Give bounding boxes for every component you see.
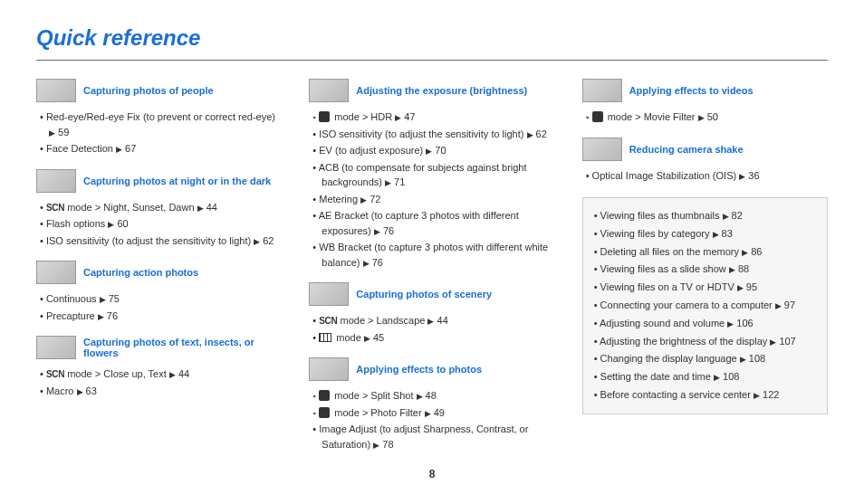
box-item: Viewing files on a TV or HDTV ▶ 95	[594, 279, 816, 297]
triangle-right-icon: ▶	[714, 373, 720, 382]
item-page: 44	[206, 202, 217, 213]
reference-box: Viewing files as thumbnails ▶ 82Viewing …	[582, 197, 828, 414]
magic-mode-icon	[319, 407, 330, 418]
item-text: Red-eye/Red-eye Fix (to prevent or corre…	[46, 111, 275, 122]
section: Capturing photos of scenerySCN mode > La…	[309, 282, 554, 345]
box-item-text: Changing the display language	[600, 353, 737, 364]
list-item: SCN mode > Close up, Text ▶ 44	[40, 366, 282, 382]
item-page: 36	[748, 170, 759, 181]
item-list: Continuous ▶ 75Precapture ▶ 76	[36, 291, 282, 323]
triangle-right-icon: ▶	[770, 338, 776, 347]
column-2: Adjusting the exposure (brightness) mode…	[309, 79, 554, 464]
box-item-text: Viewing files as thumbnails	[600, 210, 720, 221]
triangle-right-icon: ▶	[737, 283, 744, 292]
box-item: Viewing files as a slide show ▶ 88	[594, 261, 816, 279]
section: Capturing photos at night or in the dark…	[36, 169, 282, 249]
item-page: 48	[426, 390, 437, 401]
section-thumbnail	[36, 336, 76, 359]
triangle-right-icon: ▶	[754, 391, 760, 400]
item-list: Optical Image Stabilization (OIS) ▶ 36	[582, 168, 828, 184]
box-item-page: 108	[749, 353, 765, 364]
list-item: mode > Split Shot ▶ 48	[312, 388, 554, 404]
section-title: Capturing photos at night or in the dark	[83, 176, 271, 186]
item-page: 62	[536, 128, 547, 139]
box-item-text: Adjusting the brightness of the display	[600, 336, 767, 347]
box-item-text: Connecting your camera to a computer	[600, 300, 773, 310]
item-page: 76	[372, 257, 383, 268]
item-list: SCN mode > Night, Sunset, Dawn ▶ 44Flash…	[36, 200, 282, 249]
item-text: Optical Image Stabilization (OIS)	[592, 170, 737, 181]
item-page: 44	[437, 315, 448, 326]
item-text: mode > Close up, Text	[64, 368, 167, 379]
section-header: Capturing photos of text, insects, or fl…	[36, 336, 282, 359]
section-header: Capturing photos of people	[36, 79, 282, 102]
item-text: Macro	[46, 385, 74, 396]
section-thumbnail	[582, 79, 622, 102]
triangle-right-icon: ▶	[417, 392, 423, 401]
section-thumbnail	[309, 79, 349, 102]
item-list: SCN mode > Close up, Text ▶ 44Macro ▶ 63	[36, 366, 282, 398]
triangle-right-icon: ▶	[360, 195, 367, 204]
item-text: WB Bracket (to capture 3 photos with dif…	[319, 242, 548, 268]
list-item: Optical Image Stabilization (OIS) ▶ 36	[586, 168, 828, 184]
list-item: Flash options ▶ 60	[40, 216, 282, 232]
item-list: SCN mode > Landscape ▶ 44 mode ▶ 45	[309, 313, 554, 345]
box-item-page: 106	[736, 318, 753, 328]
box-item: Adjusting the brightness of the display …	[594, 333, 816, 351]
item-page: 44	[178, 368, 189, 379]
section: Adjusting the exposure (brightness) mode…	[309, 79, 554, 270]
item-text: EV (to adjust exposure)	[319, 145, 423, 156]
box-item-text: Viewing files as a slide show	[600, 263, 726, 274]
list-item: Face Detection ▶ 67	[40, 141, 282, 157]
list-item: Macro ▶ 63	[40, 384, 282, 399]
triangle-right-icon: ▶	[108, 220, 114, 229]
list-item: mode ▶ 45	[312, 330, 554, 346]
item-page: 78	[382, 439, 393, 450]
item-page: 60	[117, 218, 128, 229]
list-item: mode > Movie Filter ▶ 50	[586, 109, 828, 125]
triangle-right-icon: ▶	[385, 178, 391, 187]
section: Capturing photos of text, insects, or fl…	[36, 336, 282, 398]
triangle-right-icon: ▶	[739, 172, 745, 181]
list-item: Image Adjust (to adjust Sharpness, Contr…	[312, 422, 554, 452]
section-header: Capturing photos at night or in the dark	[36, 169, 282, 193]
triangle-right-icon: ▶	[740, 355, 746, 364]
box-list: Viewing files as thumbnails ▶ 82Viewing …	[594, 207, 816, 404]
section-header: Reducing camera shake	[582, 138, 828, 161]
box-item-text: Adjusting sound and volume	[600, 318, 725, 328]
section-header: Capturing action photos	[36, 261, 282, 284]
box-item-text: Deleting all files on the memory	[600, 246, 739, 257]
section-title: Capturing photos of scenery	[356, 289, 492, 300]
triangle-right-icon: ▶	[363, 259, 370, 268]
title-rule	[36, 60, 828, 61]
box-item-page: 97	[784, 300, 795, 310]
box-item: Before contacting a service center ▶ 122	[594, 386, 816, 404]
section: Applying effects to photos mode > Split …	[309, 357, 554, 452]
box-item-page: 122	[763, 389, 779, 400]
triangle-right-icon: ▶	[373, 441, 379, 450]
item-list: mode > Split Shot ▶ 48 mode > Photo Filt…	[309, 388, 554, 452]
triangle-right-icon: ▶	[698, 113, 705, 122]
box-item-page: 83	[722, 228, 733, 239]
item-page: 72	[370, 194, 380, 204]
item-page: 63	[86, 385, 97, 396]
box-item-page: 88	[738, 263, 749, 274]
section-title: Capturing photos of text, insects, or fl…	[83, 337, 282, 358]
triangle-right-icon: ▶	[729, 265, 735, 274]
panorama-mode-icon	[319, 333, 331, 342]
item-text: ISO sensitivity (to adjust the sensitivi…	[46, 235, 251, 246]
box-item: Changing the display language ▶ 108	[594, 350, 816, 368]
item-text: Precapture	[46, 310, 95, 321]
box-item-page: 82	[732, 210, 743, 221]
section: Reducing camera shakeOptical Image Stabi…	[582, 138, 828, 184]
list-item: WB Bracket (to capture 3 photos with dif…	[312, 240, 554, 270]
column-3: Applying effects to videos mode > Movie …	[582, 79, 828, 464]
triangle-right-icon: ▶	[197, 204, 204, 213]
triangle-right-icon: ▶	[364, 334, 370, 343]
section-thumbnail	[36, 261, 76, 284]
scn-mode-icon: SCN	[46, 203, 64, 213]
magic-mode-icon	[592, 111, 603, 122]
list-item: mode > Photo Filter ▶ 49	[312, 405, 554, 421]
box-item-page: 86	[751, 246, 762, 257]
section-thumbnail	[36, 169, 76, 193]
